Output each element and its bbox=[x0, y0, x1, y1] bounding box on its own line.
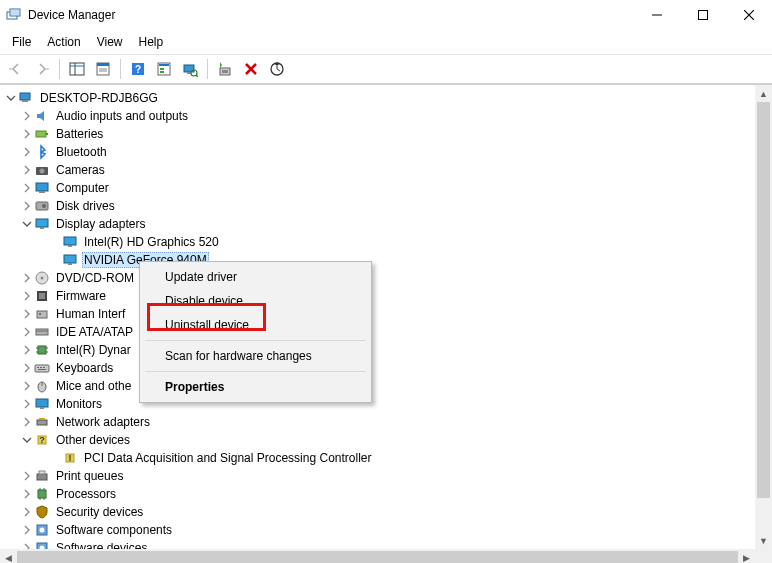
show-hide-tree-button[interactable] bbox=[65, 57, 89, 81]
update-driver-button[interactable] bbox=[265, 57, 289, 81]
svg-text:!: ! bbox=[69, 453, 72, 463]
tree-node-label: Intel(R) Dynar bbox=[54, 343, 133, 357]
tree-category[interactable]: Monitors bbox=[4, 395, 755, 413]
tree-category[interactable]: Keyboards bbox=[4, 359, 755, 377]
close-button[interactable] bbox=[726, 0, 772, 30]
scan-hardware-button[interactable] bbox=[178, 57, 202, 81]
tree-category[interactable]: DVD/CD-ROM bbox=[4, 269, 755, 287]
firmware-icon bbox=[34, 288, 50, 304]
tree-root[interactable]: DESKTOP-RDJB6GG bbox=[4, 89, 755, 107]
battery-icon bbox=[34, 126, 50, 142]
expand-collapse-icon[interactable] bbox=[20, 505, 34, 519]
enable-device-button[interactable] bbox=[213, 57, 237, 81]
action-menu-button[interactable] bbox=[152, 57, 176, 81]
scroll-down-button[interactable]: ▼ bbox=[755, 532, 772, 549]
context-menu-item[interactable]: Disable device bbox=[143, 289, 368, 313]
tree-device[interactable]: !PCI Data Acquisition and Signal Process… bbox=[4, 449, 755, 467]
tree-category[interactable]: Firmware bbox=[4, 287, 755, 305]
context-menu-item[interactable]: Uninstall device bbox=[143, 313, 368, 337]
help-button[interactable]: ? bbox=[126, 57, 150, 81]
bluetooth-icon bbox=[34, 144, 50, 160]
context-menu-item[interactable]: Update driver bbox=[143, 265, 368, 289]
context-menu: Update driverDisable deviceUninstall dev… bbox=[139, 261, 372, 403]
expand-collapse-icon[interactable] bbox=[20, 433, 34, 447]
menu-view[interactable]: View bbox=[89, 33, 131, 51]
expand-collapse-icon[interactable] bbox=[20, 523, 34, 537]
expand-collapse-icon[interactable] bbox=[20, 307, 34, 321]
forward-button[interactable] bbox=[30, 57, 54, 81]
scroll-track-h[interactable] bbox=[17, 549, 738, 563]
scroll-track-v[interactable] bbox=[755, 102, 772, 532]
scroll-left-button[interactable]: ◀ bbox=[0, 549, 17, 563]
tree-category[interactable]: Processors bbox=[4, 485, 755, 503]
horizontal-scrollbar[interactable]: ◀ ▶ bbox=[0, 549, 755, 563]
tree-node-label: Monitors bbox=[54, 397, 104, 411]
expand-collapse-icon[interactable] bbox=[20, 289, 34, 303]
scroll-up-button[interactable]: ▲ bbox=[755, 85, 772, 102]
svg-rect-39 bbox=[68, 263, 72, 265]
tree-category[interactable]: ?Other devices bbox=[4, 431, 755, 449]
uninstall-device-button[interactable] bbox=[239, 57, 263, 81]
scroll-thumb-v[interactable] bbox=[757, 102, 770, 498]
tree-device[interactable]: NVIDIA GeForce 940M bbox=[4, 251, 755, 269]
expand-collapse-icon[interactable] bbox=[20, 163, 34, 177]
expand-collapse-icon[interactable] bbox=[20, 415, 34, 429]
svg-rect-69 bbox=[39, 471, 45, 474]
back-button[interactable] bbox=[4, 57, 28, 81]
maximize-button[interactable] bbox=[680, 0, 726, 30]
expand-collapse-icon[interactable] bbox=[20, 397, 34, 411]
tree-category[interactable]: Print queues bbox=[4, 467, 755, 485]
tree-category[interactable]: Intel(R) Dynar bbox=[4, 341, 755, 359]
tree-device[interactable]: Intel(R) HD Graphics 520 bbox=[4, 233, 755, 251]
computer-icon bbox=[34, 180, 50, 196]
device-tree[interactable]: DESKTOP-RDJB6GGAudio inputs and outputsB… bbox=[0, 85, 755, 549]
tree-node-label: PCI Data Acquisition and Signal Processi… bbox=[82, 451, 373, 465]
tree-category[interactable]: Disk drives bbox=[4, 197, 755, 215]
expand-collapse-icon[interactable] bbox=[20, 343, 34, 357]
context-menu-item[interactable]: Properties bbox=[143, 375, 368, 399]
tree-category[interactable]: Human Interf bbox=[4, 305, 755, 323]
expand-collapse-icon[interactable] bbox=[20, 199, 34, 213]
expand-collapse-icon[interactable] bbox=[20, 127, 34, 141]
tree-category[interactable]: Cameras bbox=[4, 161, 755, 179]
network-icon bbox=[34, 414, 50, 430]
expand-collapse-icon[interactable] bbox=[20, 541, 34, 549]
svg-rect-14 bbox=[159, 64, 169, 66]
tree-category[interactable]: Security devices bbox=[4, 503, 755, 521]
scroll-right-button[interactable]: ▶ bbox=[738, 549, 755, 563]
tree-category[interactable]: Software devices bbox=[4, 539, 755, 549]
minimize-button[interactable] bbox=[634, 0, 680, 30]
tree-category[interactable]: Display adapters bbox=[4, 215, 755, 233]
menu-help[interactable]: Help bbox=[131, 33, 172, 51]
expand-collapse-icon[interactable] bbox=[20, 271, 34, 285]
expand-collapse-icon[interactable] bbox=[20, 109, 34, 123]
properties-button[interactable] bbox=[91, 57, 115, 81]
svg-rect-3 bbox=[699, 11, 708, 20]
tree-category[interactable]: Mice and othe bbox=[4, 377, 755, 395]
tree-node-label: Network adapters bbox=[54, 415, 152, 429]
tree-category[interactable]: Batteries bbox=[4, 125, 755, 143]
menu-file[interactable]: File bbox=[4, 33, 39, 51]
expand-collapse-icon[interactable] bbox=[20, 181, 34, 195]
monitor-icon bbox=[34, 396, 50, 412]
expand-collapse-icon[interactable] bbox=[4, 91, 18, 105]
context-menu-item[interactable]: Scan for hardware changes bbox=[143, 344, 368, 368]
expand-collapse-icon[interactable] bbox=[20, 325, 34, 339]
expand-collapse-icon[interactable] bbox=[20, 469, 34, 483]
expand-collapse-icon[interactable] bbox=[20, 379, 34, 393]
expand-collapse-icon[interactable] bbox=[20, 145, 34, 159]
scroll-thumb-h[interactable] bbox=[17, 551, 738, 563]
svg-rect-38 bbox=[64, 255, 76, 263]
tree-category[interactable]: Bluetooth bbox=[4, 143, 755, 161]
tree-category[interactable]: Network adapters bbox=[4, 413, 755, 431]
menu-action[interactable]: Action bbox=[39, 33, 88, 51]
svg-rect-48 bbox=[38, 346, 46, 354]
expand-collapse-icon[interactable] bbox=[20, 487, 34, 501]
tree-category[interactable]: Audio inputs and outputs bbox=[4, 107, 755, 125]
expand-collapse-icon[interactable] bbox=[20, 361, 34, 375]
vertical-scrollbar[interactable]: ▲ ▼ bbox=[755, 85, 772, 549]
tree-category[interactable]: IDE ATA/ATAP bbox=[4, 323, 755, 341]
tree-category[interactable]: Computer bbox=[4, 179, 755, 197]
tree-category[interactable]: Software components bbox=[4, 521, 755, 539]
expand-collapse-icon[interactable] bbox=[20, 217, 34, 231]
